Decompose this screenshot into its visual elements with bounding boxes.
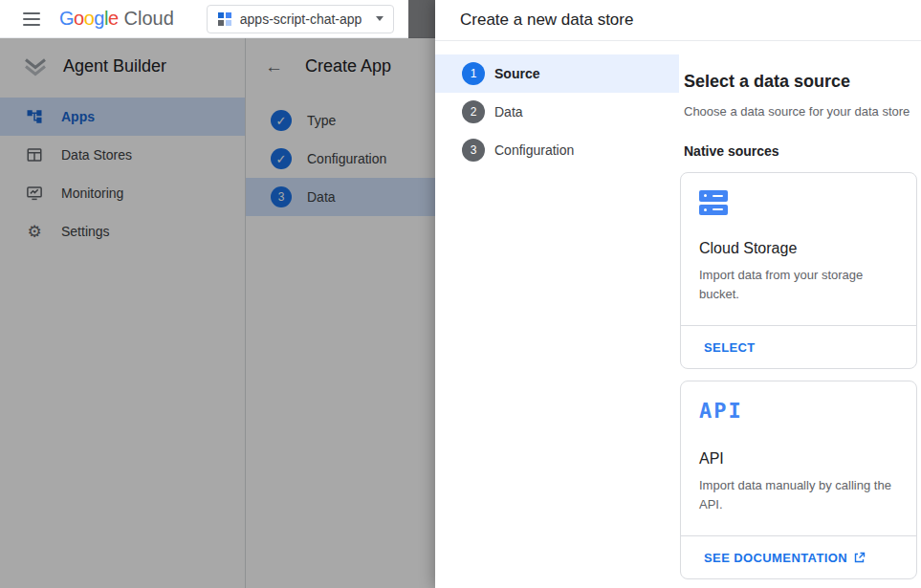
stepper-item-source[interactable]: 1 Source	[435, 54, 679, 93]
see-documentation-link[interactable]: SEE DOCUMENTATION	[704, 551, 866, 565]
modal-scrim[interactable]	[408, 0, 435, 38]
card-body: API API Import data manually by calling …	[681, 381, 916, 535]
api-icon: API	[699, 399, 909, 425]
project-selector[interactable]: apps-script-chat-app	[207, 5, 394, 33]
stepper-item-configuration[interactable]: 3 Configuration	[435, 131, 679, 169]
google-cloud-logo[interactable]: Google Cloud	[59, 8, 174, 30]
card-title: API	[699, 450, 909, 468]
dialog-title: Create a new data store	[460, 11, 633, 30]
hamburger-menu-button[interactable]	[23, 12, 40, 26]
content-subheading: Choose a data source for your data store	[684, 104, 919, 119]
dialog-content: Select a data source Choose a data sourc…	[680, 72, 919, 579]
logo-letter: o	[74, 8, 84, 30]
stepper-label: Source	[494, 66, 539, 81]
card-description: Import data manually by calling the API.	[699, 476, 904, 514]
step-number-icon: 2	[462, 100, 485, 123]
card-title: Cloud Storage	[699, 240, 909, 257]
select-button[interactable]: SELECT	[704, 340, 756, 355]
modal-scrim[interactable]	[0, 38, 435, 588]
card-cloud-storage: Cloud Storage Import data from your stor…	[680, 172, 917, 369]
card-actions: SELECT	[681, 325, 916, 368]
card-api: API API Import data manually by calling …	[680, 381, 917, 579]
stepper-item-data[interactable]: 2 Data	[435, 93, 679, 131]
logo-letter: e	[108, 8, 119, 30]
create-data-store-dialog: Create a new data store 1 Source 2 Data …	[435, 0, 921, 588]
logo-cloud-text: Cloud	[124, 8, 174, 30]
native-sources-label: Native sources	[684, 143, 919, 159]
stepper-label: Configuration	[494, 142, 574, 158]
content-heading: Select a data source	[684, 72, 919, 91]
stepper-label: Data	[494, 104, 523, 120]
dialog-header: Create a new data store	[435, 0, 921, 41]
logo-letter: g	[94, 8, 104, 30]
external-link-icon	[853, 552, 866, 564]
logo-letter: G	[59, 8, 74, 30]
cloud-storage-icon	[699, 190, 728, 215]
card-description: Import data from your storage bucket.	[699, 266, 904, 304]
step-number-icon: 3	[462, 139, 485, 162]
logo-letter: o	[84, 8, 95, 30]
card-actions: SEE DOCUMENTATION	[681, 535, 916, 578]
project-icon	[217, 11, 232, 27]
chevron-down-icon	[376, 16, 384, 21]
screen: Google Cloud apps-script-chat-app	[0, 0, 921, 588]
select-button-label: SELECT	[704, 340, 756, 355]
topbar: Google Cloud apps-script-chat-app	[0, 0, 435, 38]
card-body: Cloud Storage Import data from your stor…	[681, 173, 916, 325]
project-name: apps-script-chat-app	[240, 11, 368, 27]
step-number-icon: 1	[462, 62, 485, 85]
dialog-stepper: 1 Source 2 Data 3 Configuration	[435, 54, 679, 169]
see-documentation-label: SEE DOCUMENTATION	[704, 551, 847, 565]
